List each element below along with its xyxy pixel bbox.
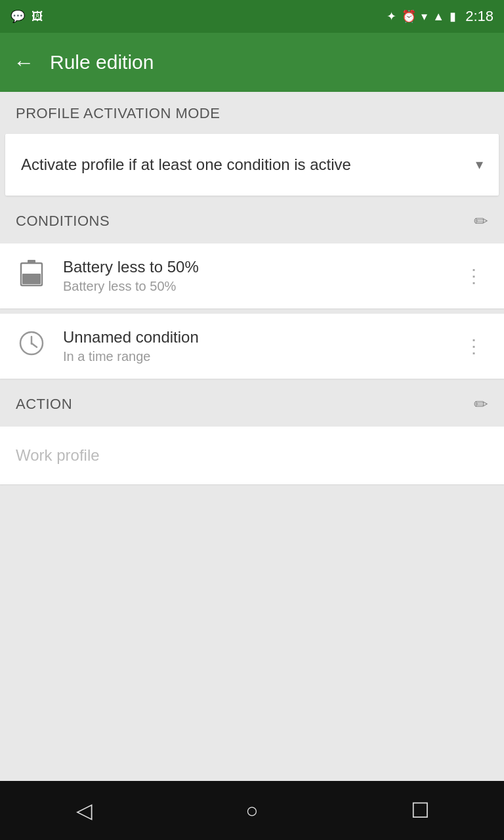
condition-item-time: Unnamed condition In a time range ⋮	[0, 314, 504, 379]
time-condition-menu-button[interactable]: ⋮	[459, 333, 488, 360]
action-edit-icon[interactable]: ✏	[474, 394, 488, 415]
battery-condition-subtitle: Battery less to 50%	[63, 279, 199, 294]
nav-home-button[interactable]: ○	[232, 791, 272, 830]
dropdown-arrow-icon: ▾	[476, 156, 483, 173]
signal-icon: ▲	[432, 10, 444, 24]
status-bar-left: 💬 🖼	[10, 9, 43, 24]
nav-recents-button[interactable]: ☐	[400, 791, 440, 830]
action-preview-text: Work profile	[16, 446, 100, 465]
battery-condition-icon	[16, 259, 47, 293]
condition-item-battery: Battery less to 50% Battery less to 50% …	[0, 243, 504, 308]
wifi-icon: ▾	[421, 9, 427, 24]
battery-condition-title: Battery less to 50%	[63, 258, 199, 276]
svg-rect-1	[28, 260, 35, 264]
content-area: PROFILE ACTIVATION MODE Activate profile…	[0, 92, 504, 781]
back-button[interactable]: ←	[13, 51, 34, 75]
activation-mode-dropdown[interactable]: Activate profile if at least one conditi…	[5, 134, 499, 196]
status-time: 2:18	[465, 8, 494, 25]
image-icon: 🖼	[32, 10, 43, 24]
battery-condition-menu-button[interactable]: ⋮	[459, 262, 488, 289]
profile-section-header: PROFILE ACTIVATION MODE	[0, 92, 504, 131]
action-section-title: ACTION	[16, 396, 72, 413]
nav-back-button[interactable]: ◁	[64, 791, 104, 830]
conditions-section-title: CONDITIONS	[16, 213, 110, 230]
conditions-section-header: CONDITIONS ✏	[0, 198, 504, 241]
page-title: Rule edition	[50, 51, 154, 74]
bluetooth-icon: ✦	[387, 9, 396, 24]
nav-bar: ◁ ○ ☐	[0, 781, 504, 840]
alarm-icon: ⏰	[402, 9, 416, 24]
chat-icon: 💬	[10, 9, 25, 24]
time-condition-subtitle: In a time range	[63, 349, 199, 364]
activation-mode-text: Activate profile if at least one conditi…	[21, 154, 468, 176]
time-condition-texts: Unnamed condition In a time range	[63, 328, 199, 364]
time-condition-title: Unnamed condition	[63, 328, 199, 346]
profile-section-title: PROFILE ACTIVATION MODE	[16, 105, 220, 122]
conditions-edit-icon[interactable]: ✏	[474, 211, 488, 232]
action-card: Work profile	[0, 427, 504, 484]
status-bar: 💬 🖼 ✦ ⏰ ▾ ▲ ▮ 2:18	[0, 0, 504, 33]
status-bar-right: ✦ ⏰ ▾ ▲ ▮ 2:18	[387, 8, 494, 25]
action-section-header: ACTION ✏	[0, 381, 504, 424]
svg-line-5	[32, 343, 37, 347]
battery-icon: ▮	[450, 9, 456, 24]
app-bar: ← Rule edition	[0, 33, 504, 92]
condition-left-time: Unnamed condition In a time range	[16, 328, 459, 364]
condition-left-battery: Battery less to 50% Battery less to 50%	[16, 258, 459, 294]
battery-condition-texts: Battery less to 50% Battery less to 50%	[63, 258, 199, 294]
clock-condition-icon	[16, 330, 47, 362]
svg-rect-2	[22, 274, 41, 284]
